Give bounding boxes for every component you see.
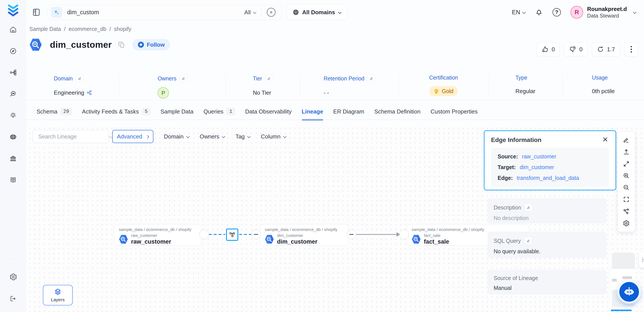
share-lineage-icon[interactable] <box>623 208 630 215</box>
owner-avatar[interactable]: P <box>158 87 169 99</box>
tab-sample-data[interactable]: Sample Data <box>160 103 194 120</box>
edit-lineage-icon[interactable] <box>623 136 630 143</box>
version-history-icon <box>597 46 604 53</box>
domain-value[interactable]: Engineering <box>54 89 84 96</box>
tab-queries[interactable]: Queries1 <box>204 103 235 120</box>
logout-icon[interactable] <box>10 295 17 302</box>
lineage-settings-icon[interactable] <box>623 220 630 227</box>
star-icon <box>138 41 144 48</box>
domain-label[interactable]: Domain <box>54 75 73 82</box>
insights-icon[interactable] <box>10 112 17 119</box>
more-options-button[interactable] <box>624 42 638 56</box>
breadcrumb-item[interactable]: shopify <box>114 26 131 32</box>
zoom-in-icon[interactable] <box>623 172 630 179</box>
version-button[interactable]: 1.7 <box>592 42 620 56</box>
filter-tag-dropdown[interactable]: Tag <box>236 133 250 140</box>
node-type-label: raw_customer <box>131 233 171 238</box>
edit-tier-button[interactable] <box>265 75 273 82</box>
domains-icon[interactable] <box>10 69 17 76</box>
fullscreen-icon[interactable] <box>623 196 630 203</box>
node-handle-target[interactable] <box>399 230 409 239</box>
retention-value: - - <box>324 88 329 98</box>
edit-retention-button[interactable] <box>368 75 375 82</box>
language-dropdown[interactable]: EN <box>512 9 526 16</box>
node-handle-source[interactable] <box>199 230 209 239</box>
clear-search-icon[interactable]: × <box>267 8 276 17</box>
user-role: Data Steward <box>587 13 627 19</box>
edge-source-link[interactable]: raw_customer <box>522 153 556 160</box>
edge-source-label: Source: <box>498 153 518 160</box>
metadata-tier: Tier No Tier <box>226 74 300 98</box>
tab-data-observability[interactable]: Data Observability <box>245 103 292 120</box>
upvote-button[interactable]: 0 <box>536 42 560 56</box>
app-logo[interactable] <box>6 4 20 18</box>
type-label: Type <box>515 75 527 81</box>
home-icon[interactable] <box>10 26 17 33</box>
breadcrumb-item[interactable]: ecommerce_db <box>68 26 106 32</box>
close-icon[interactable]: ✕ <box>602 136 609 144</box>
lineage-canvas[interactable]: Advanced Domain Owners Tag Column sample… <box>26 124 644 312</box>
usage-value: 0th pctile <box>592 86 615 96</box>
tab-lineage[interactable]: Lineage <box>302 103 323 120</box>
retention-label: Retention Period <box>324 75 364 82</box>
edit-sql-button[interactable] <box>524 237 532 245</box>
sidebar-toggle-icon[interactable] <box>32 8 41 17</box>
sql-query-body: No query available. <box>494 248 600 255</box>
pipeline-edge-button[interactable] <box>226 229 238 241</box>
filter-domain-dropdown[interactable]: Domain <box>164 133 189 140</box>
metadata-certification: Certification Gold <box>399 74 488 98</box>
filter-owners-dropdown[interactable]: Owners <box>200 133 225 140</box>
search-scope-dropdown[interactable]: All <box>244 9 256 16</box>
lineage-node-dim-customer[interactable]: sample_data / ecommerce_db / shopify dim… <box>260 224 349 246</box>
edit-domain-button[interactable] <box>76 75 84 82</box>
glossary-icon[interactable] <box>10 176 17 184</box>
edge-target-link[interactable]: dim_customer <box>520 164 554 171</box>
lineage-search-input[interactable] <box>38 133 109 140</box>
minimap-node <box>612 279 617 281</box>
edit-description-button[interactable] <box>524 204 532 211</box>
ai-sparkle-icon[interactable] <box>51 7 62 18</box>
lineage-node-raw-customer[interactable]: sample_data / ecommerce_db / shopify raw… <box>114 224 202 246</box>
settings-icon[interactable] <box>10 273 17 280</box>
tab-activity-feeds[interactable]: Activity Feeds & Tasks5 <box>82 103 150 120</box>
sql-query-card: SQL Query No query available. <box>488 232 606 258</box>
certification-badge[interactable]: Gold <box>429 86 458 96</box>
notifications-bell-icon[interactable] <box>535 8 543 16</box>
layers-button[interactable]: Layers <box>43 285 73 305</box>
zoom-out-icon[interactable] <box>623 184 630 191</box>
downvote-button[interactable]: 0 <box>564 42 587 56</box>
edit-owners-button[interactable] <box>180 75 188 82</box>
node-collapse-handle[interactable] <box>251 230 261 239</box>
lineage-search[interactable] <box>33 130 109 143</box>
node-breadcrumb: sample_data / ecommerce_db / shopify <box>119 227 197 232</box>
user-menu[interactable]: R Rounakpreet.d Data Steward <box>570 6 636 19</box>
tab-er-diagram[interactable]: ER Diagram <box>333 103 364 120</box>
filter-column-dropdown[interactable]: Column <box>261 133 286 140</box>
edge-pipeline-link[interactable]: transform_and_load_data <box>517 175 579 181</box>
chatbot-button[interactable] <box>618 281 640 303</box>
tab-schema-definition[interactable]: Schema Definition <box>374 103 420 120</box>
breadcrumb-item[interactable]: Sample Data <box>29 26 61 32</box>
search-input[interactable] <box>67 9 244 16</box>
copy-icon[interactable] <box>118 41 125 48</box>
export-icon[interactable] <box>623 148 630 155</box>
observability-icon[interactable] <box>10 90 17 98</box>
metadata-usage: Usage 0th pctile <box>562 74 644 98</box>
node-collapse-handle[interactable] <box>346 230 356 239</box>
lineage-quick-action-button[interactable] <box>639 252 644 268</box>
global-search-bar[interactable]: All × <box>48 5 282 20</box>
bigquery-icon <box>29 38 42 52</box>
subdomain-icon <box>87 90 92 95</box>
governance-icon[interactable] <box>10 155 17 162</box>
all-domains-dropdown[interactable]: All Domains <box>287 5 347 20</box>
globe-icon[interactable] <box>10 133 17 141</box>
advanced-filter-button[interactable]: Advanced <box>112 130 154 143</box>
help-icon[interactable]: ? <box>552 8 561 17</box>
sql-query-title: SQL Query <box>494 238 521 244</box>
follow-button[interactable]: Follow <box>132 39 170 50</box>
tab-custom-properties[interactable]: Custom Properties <box>430 103 478 120</box>
bigquery-icon <box>412 234 421 244</box>
explore-icon[interactable] <box>10 47 17 55</box>
tab-schema[interactable]: Schema29 <box>36 103 72 120</box>
fit-view-icon[interactable] <box>623 160 630 167</box>
